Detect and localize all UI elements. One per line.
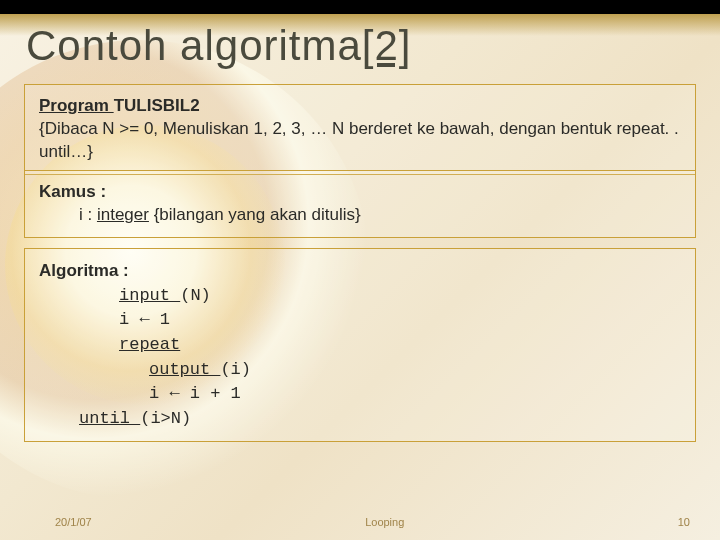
kamus-var: i : [79, 205, 97, 224]
program-name: TULISBIL2 [114, 96, 200, 115]
until-keyword: until [79, 409, 140, 428]
kamus-heading: Kamus : [39, 181, 681, 204]
footer-center: Looping [92, 516, 678, 528]
algo-input: input (N) [39, 284, 681, 309]
program-desc: {Dibaca N >= 0, Menuliskan 1, 2, 3, … N … [39, 118, 681, 164]
kamus-box: Kamus : i : integer {bilangan yang akan … [24, 170, 696, 238]
footer-page: 10 [678, 516, 720, 528]
input-arg: (N) [180, 286, 211, 305]
kamus-line: i : integer {bilangan yang akan ditulis} [39, 204, 681, 227]
algoritma-box: Algoritma : input (N) i ← 1 repeat outpu… [24, 248, 696, 442]
program-keyword: Program [39, 96, 114, 115]
kamus-type: integer [97, 205, 149, 224]
footer-date: 20/1/07 [0, 516, 92, 528]
algo-assign2: i ← i + 1 [39, 382, 681, 407]
title-text: Contoh algoritma [26, 22, 362, 69]
output-arg: (i) [220, 360, 251, 379]
footer: 20/1/07 Looping 10 [0, 516, 720, 528]
until-cond: (i>N) [140, 409, 191, 428]
program-box: Program TULISBIL2 {Dibaca N >= 0, Menuli… [24, 84, 696, 175]
algo-assign1: i ← 1 [39, 308, 681, 333]
algoritma-heading: Algoritma : [39, 259, 681, 284]
slide-title: Contoh algoritma[2] [26, 22, 412, 70]
algo-repeat: repeat [39, 333, 681, 358]
output-keyword: output [149, 360, 220, 379]
top-black-bar [0, 0, 720, 14]
input-keyword: input [119, 286, 180, 305]
algo-output: output (i) [39, 358, 681, 383]
program-line1: Program TULISBIL2 [39, 95, 681, 118]
title-bracket: [2] [362, 22, 412, 69]
algo-until: until (i>N) [39, 407, 681, 432]
kamus-comment: {bilangan yang akan ditulis} [149, 205, 361, 224]
